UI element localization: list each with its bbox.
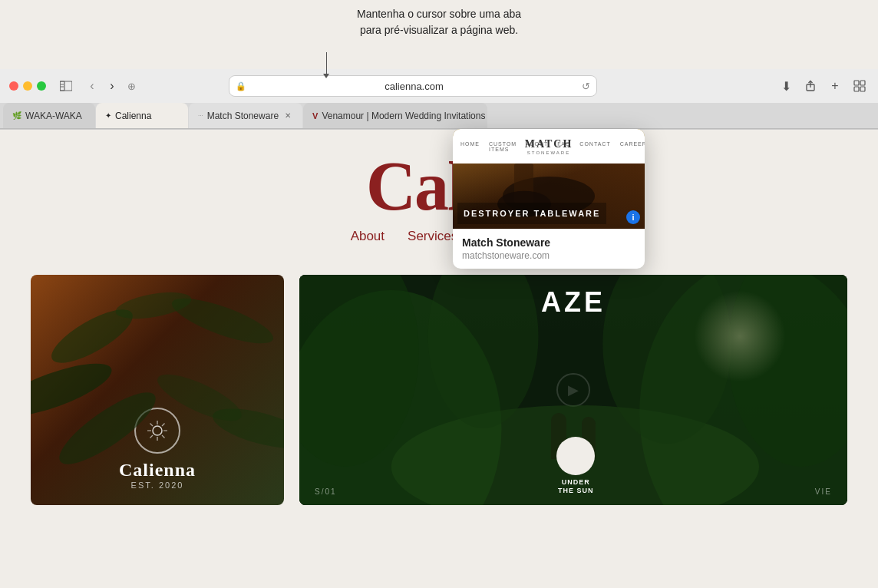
download-button[interactable]: ⬇	[777, 77, 795, 95]
nav-buttons: ‹ ›	[83, 77, 121, 95]
toolbar-right: ⬇ +	[777, 77, 869, 95]
svg-rect-7	[860, 81, 865, 85]
tab-preview-title: Match Stoneware	[462, 236, 635, 249]
address-text[interactable]: calienna.com	[251, 81, 577, 92]
content-grid: Calienna EST. 2020	[0, 252, 878, 528]
toolbar: ‹ › ⊕ 🔒 calienna.com ↺ ⬇ +	[0, 69, 878, 103]
minimize-button[interactable]	[23, 81, 32, 91]
tab-match[interactable]: ··· Match Stoneware ✕	[189, 103, 302, 128]
tab-favicon-match: ···	[198, 112, 203, 119]
tooltip-annotation: Mantenha o cursor sobre uma aba para pré…	[357, 6, 521, 38]
tab-label-match: Match Stoneware	[207, 111, 279, 121]
match-nav-home: HOME	[460, 141, 480, 152]
share-button[interactable]	[801, 77, 820, 95]
browser-chrome: ‹ › ⊕ 🔒 calienna.com ↺ ⬇ +	[0, 69, 878, 130]
svg-rect-0	[60, 81, 64, 91]
svg-rect-1	[60, 81, 72, 91]
svg-rect-9	[860, 87, 865, 91]
match-nav-custom: CUSTOM ITEMS	[489, 141, 517, 152]
aze-title: AZE	[541, 286, 606, 319]
svg-rect-6	[854, 81, 859, 85]
tab-waka[interactable]: 🌿 WAKA-WAKA	[3, 103, 95, 128]
leaf-decoration-left	[31, 275, 284, 505]
security-icon: ⊕	[127, 81, 136, 92]
nav-services[interactable]: Services	[408, 229, 457, 244]
tab-label-waka: WAKA-WAKA	[25, 111, 82, 121]
reload-button[interactable]: ↺	[582, 81, 590, 92]
tab-overview-button[interactable]	[850, 77, 869, 95]
lock-icon: 🔒	[236, 81, 246, 91]
moon-glow	[694, 290, 786, 382]
tab-preview-popup: HOME CUSTOM ITEMS ABOUT FAQ CONTACT CARE…	[453, 129, 645, 269]
close-button[interactable]	[9, 81, 18, 91]
address-bar[interactable]: 🔒 calienna.com ↺	[229, 75, 597, 97]
tab-label-venamour: Venamour | Modern Wedding Invitations	[322, 111, 485, 121]
card-right: AZE ▶ S/01 UNDER THE SUN	[299, 275, 847, 505]
calienna-nav: About Services Under T	[0, 229, 878, 244]
forward-button[interactable]: ›	[103, 77, 121, 95]
page-content: Calie About Services Under T	[0, 129, 878, 588]
tab-calienna[interactable]: ✦ Calienna	[96, 103, 188, 128]
svg-point-16	[152, 365, 247, 429]
match-hero-label: DESTROYER TABLEWARE	[457, 203, 606, 224]
tabs-bar: 🌿 WAKA-WAKA ✦ Calienna ··· Match Stonewa…	[0, 103, 878, 129]
calienna-logo: Calie	[0, 152, 878, 221]
match-nav-contact: CONTACT	[579, 141, 610, 152]
match-sub: STONEWARE	[527, 150, 570, 155]
traffic-lights	[9, 81, 46, 91]
circle-decoration	[556, 437, 595, 475]
tab-preview-image: HOME CUSTOM ITEMS ABOUT FAQ CONTACT CARE…	[453, 129, 645, 229]
back-button[interactable]: ‹	[83, 77, 101, 95]
match-nav-careers: CAREERS	[620, 141, 645, 152]
under-the-sun: UNDER THE SUN	[556, 437, 595, 496]
tab-close-match[interactable]: ✕	[282, 111, 293, 121]
bottom-label-left: S/01	[315, 487, 337, 496]
sidebar-toggle-button[interactable]	[55, 77, 77, 95]
series-label: UNDER THE SUN	[556, 478, 595, 496]
tab-preview-info: Match Stoneware matchstoneware.com	[453, 229, 645, 269]
card-left-background: Calienna EST. 2020	[31, 275, 284, 505]
card-left: Calienna EST. 2020	[31, 275, 284, 505]
match-logo: MATCH	[525, 138, 573, 150]
info-badge: i	[626, 210, 640, 224]
tab-favicon-calienna: ✦	[105, 111, 111, 120]
match-preview-header: HOME CUSTOM ITEMS ABOUT FAQ CONTACT CARE…	[453, 129, 645, 164]
svg-rect-8	[854, 87, 859, 91]
tooltip-arrow	[326, 52, 327, 75]
tab-preview-url: matchstoneware.com	[462, 250, 635, 261]
nav-about[interactable]: About	[351, 229, 385, 244]
card-right-background: AZE ▶ S/01 UNDER THE SUN	[299, 275, 847, 505]
calienna-header: Calie About Services Under T	[0, 129, 878, 244]
bottom-label-right: VIE	[815, 487, 832, 496]
tab-label-calienna: Calienna	[115, 111, 151, 121]
card-right-bottom: S/01 UNDER THE SUN VIE	[299, 428, 847, 505]
tab-favicon-waka: 🌿	[12, 111, 21, 120]
new-tab-button[interactable]: +	[826, 77, 844, 95]
match-hero-image: DESTROYER TABLEWARE i	[453, 164, 645, 229]
tab-venamour[interactable]: V Venamour | Modern Wedding Invitations	[303, 103, 487, 128]
tab-favicon-venamour: V	[312, 111, 318, 121]
fullscreen-button[interactable]	[37, 81, 46, 91]
